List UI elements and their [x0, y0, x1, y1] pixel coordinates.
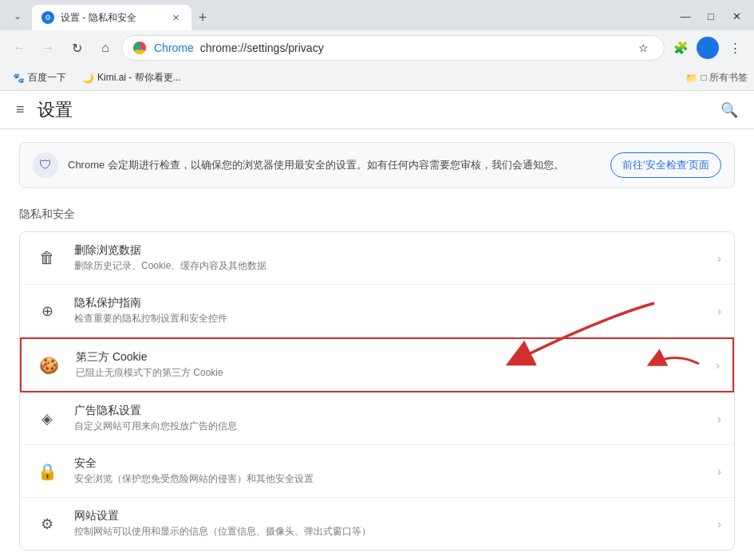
trash-icon: 🗑 — [33, 244, 61, 273]
item-title-cookies: 第三方 Cookie — [76, 350, 703, 365]
cookie-icon: 🍪 — [34, 351, 63, 380]
tab-title: 设置 - 隐私和安全 — [61, 11, 163, 25]
lock-icon: 🔒 — [33, 457, 61, 486]
browser-window: ⌄ ⚙ 设置 - 隐私和安全 ✕ + — □ ✕ ← → ↻ ⌂ Chrome … — [0, 0, 754, 560]
menu-button[interactable]: ⋮ — [722, 35, 748, 61]
item-text-cookies: 第三方 Cookie 已阻止无痕模式下的第三方 Cookie — [76, 350, 703, 380]
close-button[interactable]: ✕ — [725, 5, 748, 27]
item-text-privacy-guide: 隐私保护指南 检查重要的隐私控制设置和安全控件 — [74, 296, 705, 325]
item-desc-delete-data: 删除历史记录、Cookie、缓存内容及其他数据 — [74, 259, 705, 273]
bookmarks-bar: 🐾 百度一下 🌙 Kimi.ai - 帮你看更... 📁 □ 所有书签 — [0, 65, 754, 91]
active-tab[interactable]: ⚙ 设置 - 隐私和安全 ✕ — [32, 5, 191, 30]
folder-icon: 📁 — [685, 73, 697, 84]
nav-right-buttons: 🧩 👤 ⋮ — [668, 35, 748, 61]
item-title-privacy-guide: 隐私保护指南 — [74, 296, 705, 310]
arrow-icon-site-settings: › — [717, 518, 721, 530]
item-title-ad-privacy: 广告隐私设置 — [74, 404, 705, 418]
item-desc-site-settings: 控制网站可以使用和显示的信息（位置信息、摄像头、弹出式窗口等） — [74, 525, 705, 538]
arrow-icon-privacy-guide: › — [717, 305, 721, 317]
address-bar[interactable]: Chrome chrome://settings/privacy ☆ — [121, 35, 665, 61]
chrome-logo-icon — [132, 40, 148, 56]
kimi-icon: 🌙 — [82, 73, 94, 84]
settings-menu-icon[interactable]: ≡ — [16, 101, 25, 118]
settings-content: 🛡 Chrome 会定期进行检查，以确保您的浏览器使用最安全的设置。如有任何内容… — [0, 129, 754, 560]
arrow-icon-ad-privacy: › — [717, 412, 721, 425]
privacy-section-heading: 隐私和安全 — [0, 201, 754, 228]
tab-area: ⚙ 设置 - 隐私和安全 ✕ + — [32, 5, 671, 30]
privacy-guide-icon: ⊕ — [33, 297, 61, 325]
shield-icon: 🛡 — [33, 152, 58, 178]
item-desc-security: 安全浏览（保护您免受危险网站的侵害）和其他安全设置 — [74, 472, 705, 486]
extensions-button[interactable]: 🧩 — [668, 35, 693, 61]
security-check-button[interactable]: 前往'安全检查'页面 — [610, 152, 721, 178]
item-desc-cookies: 已阻止无痕模式下的第三方 Cookie — [76, 366, 703, 380]
arrow-icon-cookies: › — [716, 359, 720, 372]
arrow-icon-delete-data: › — [717, 252, 721, 265]
bookmark-baidu[interactable]: 🐾 百度一下 — [6, 68, 73, 88]
all-bookmarks-button[interactable]: 📁 □ 所有书签 — [685, 71, 748, 85]
item-desc-ad-privacy: 自定义网站可用来向您投放广告的信息 — [74, 420, 705, 433]
kimi-label: Kimi.ai - 帮你看更... — [97, 71, 181, 85]
arrow-icon-security: › — [717, 465, 721, 478]
forward-button[interactable]: → — [35, 35, 61, 61]
reload-button[interactable]: ↻ — [64, 35, 89, 61]
list-item-security[interactable]: 🔒 安全 安全浏览（保护您免受危险网站的侵害）和其他安全设置 › — [20, 445, 734, 498]
item-text-delete-data: 删除浏览数据 删除历史记录、Cookie、缓存内容及其他数据 — [74, 243, 705, 273]
bookmark-star-button[interactable]: ☆ — [632, 37, 654, 59]
address-url-text: chrome://settings/privacy — [200, 41, 324, 54]
security-text: Chrome 会定期进行检查，以确保您的浏览器使用最安全的设置。如有任何内容需要… — [68, 157, 601, 173]
baidu-label: 百度一下 — [28, 71, 66, 85]
minimize-button[interactable]: — — [674, 5, 697, 27]
nav-bar: ← → ↻ ⌂ Chrome chrome://settings/privacy… — [0, 30, 754, 65]
list-item-site-settings[interactable]: ⚙ 网站设置 控制网站可以使用和显示的信息（位置信息、摄像头、弹出式窗口等） › — [20, 498, 734, 550]
baidu-icon: 🐾 — [13, 73, 25, 84]
profile-button[interactable]: 👤 — [697, 37, 719, 59]
address-brand-label: Chrome — [154, 41, 194, 54]
item-text-security: 安全 安全浏览（保护您免受危险网站的侵害）和其他安全设置 — [74, 456, 705, 486]
bookmark-kimi[interactable]: 🌙 Kimi.ai - 帮你看更... — [76, 68, 188, 88]
tab-close-button[interactable]: ✕ — [169, 11, 182, 24]
window-controls: — □ ✕ — [674, 5, 748, 27]
item-desc-privacy-guide: 检查重要的隐私控制设置和安全控件 — [74, 312, 705, 325]
settings-header: ≡ 设置 🔍 — [0, 91, 754, 129]
list-item-delete-data[interactable]: 🗑 删除浏览数据 删除历史记录、Cookie、缓存内容及其他数据 › — [20, 232, 734, 285]
new-tab-button[interactable]: + — [191, 6, 214, 29]
chrome-circle-icon — [133, 41, 146, 54]
list-item-privacy-guide[interactable]: ⊕ 隐私保护指南 检查重要的隐私控制设置和安全控件 › — [20, 285, 734, 337]
list-item-third-party-cookies[interactable]: 🍪 第三方 Cookie 已阻止无痕模式下的第三方 Cookie › — [20, 337, 734, 392]
home-button[interactable]: ⌂ — [93, 35, 118, 61]
ad-privacy-icon: ◈ — [33, 404, 61, 433]
item-text-ad-privacy: 广告隐私设置 自定义网站可用来向您投放广告的信息 — [74, 404, 705, 433]
settings-list: 🗑 删除浏览数据 删除历史记录、Cookie、缓存内容及其他数据 › ⊕ 隐私保… — [19, 231, 735, 550]
item-text-site-settings: 网站设置 控制网站可以使用和显示的信息（位置信息、摄像头、弹出式窗口等） — [74, 509, 705, 538]
item-title-security: 安全 — [74, 456, 705, 471]
security-banner: 🛡 Chrome 会定期进行检查，以确保您的浏览器使用最安全的设置。如有任何内容… — [19, 142, 735, 188]
back-button[interactable]: ← — [6, 35, 32, 61]
maximize-button[interactable]: □ — [700, 5, 722, 27]
site-settings-icon: ⚙ — [33, 510, 61, 538]
settings-page: ≡ 设置 🔍 🛡 Chrome 会定期进行检查，以确保您的浏览器使用最安全的设置… — [0, 91, 754, 560]
tab-favicon: ⚙ — [41, 11, 54, 24]
list-item-ad-privacy[interactable]: ◈ 广告隐私设置 自定义网站可用来向您投放广告的信息 › — [20, 392, 734, 445]
item-title-delete-data: 删除浏览数据 — [74, 243, 705, 258]
settings-search-button[interactable]: 🔍 — [720, 101, 738, 119]
all-bookmarks-label: □ 所有书签 — [701, 71, 748, 85]
page-title: 设置 — [38, 98, 73, 122]
item-title-site-settings: 网站设置 — [74, 509, 705, 523]
tab-list-button[interactable]: ⌄ — [6, 5, 29, 27]
title-bar: ⌄ ⚙ 设置 - 隐私和安全 ✕ + — □ ✕ — [0, 0, 754, 30]
